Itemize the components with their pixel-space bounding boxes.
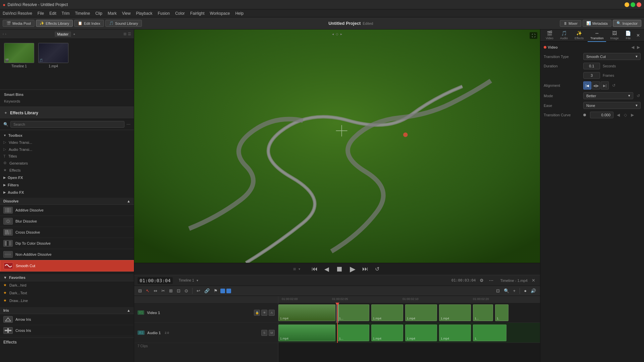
- timeline-1-thumb[interactable]: 🎬 Timeline 1: [4, 43, 34, 68]
- generators-item[interactable]: ⚙ Generators: [0, 160, 134, 167]
- dissolve-header[interactable]: Dissolve ▲: [0, 198, 134, 205]
- inspector-button[interactable]: 🔍 Inspector: [613, 20, 641, 27]
- sound-library-button[interactable]: 🎵 Sound Library: [105, 20, 142, 27]
- effects-item[interactable]: ★ Effects: [0, 167, 134, 174]
- effects-search-input[interactable]: [10, 121, 124, 128]
- close-button[interactable]: [637, 2, 641, 7]
- trim-tool[interactable]: ⇔: [152, 288, 159, 294]
- grid-view-btn[interactable]: ⊞: [123, 32, 126, 36]
- prev-frame-btn[interactable]: ◀: [322, 264, 331, 274]
- curve-keyframe-btn[interactable]: ◇: [623, 113, 628, 117]
- timeline-tool-7[interactable]: ⊙: [183, 288, 190, 294]
- timeline-more-btn[interactable]: ⋯: [488, 277, 495, 284]
- timeline-settings-btn[interactable]: ⚙: [478, 277, 485, 284]
- edit-index-button[interactable]: 📋 Edit Index: [74, 20, 104, 27]
- inspector-video-tab[interactable]: 🎬 Video: [543, 29, 556, 42]
- transition-type-dropdown[interactable]: Smooth Cut ▾: [583, 53, 641, 60]
- audio-btn[interactable]: ●: [523, 288, 528, 294]
- color-chip-1[interactable]: [220, 289, 225, 293]
- link-tool[interactable]: 🔗: [203, 288, 211, 294]
- mode-reset-btn[interactable]: ↺: [636, 94, 641, 98]
- align-start-btn[interactable]: |◀: [583, 81, 591, 89]
- audio-clip-6[interactable]: 1.: [473, 324, 506, 341]
- dip-to-color-item[interactable]: Dip To Color Dissolve: [0, 238, 134, 249]
- timeline-tool-6[interactable]: ⊡: [175, 288, 182, 294]
- audio-clip-5[interactable]: 1.mp4: [439, 324, 471, 341]
- menu-fairlight[interactable]: Fairlight: [190, 11, 205, 16]
- cross-dissolve-item[interactable]: Cross Dissolve: [0, 227, 134, 238]
- video-clip-7[interactable]: 1.: [495, 304, 508, 321]
- curve-value[interactable]: 0.000: [590, 112, 613, 118]
- additive-dissolve-item[interactable]: Additive Dissolve: [0, 205, 134, 216]
- zoom-in-btn[interactable]: +: [512, 288, 517, 294]
- zoom-fit-btn[interactable]: ⊡: [495, 288, 501, 294]
- video-transitions-item[interactable]: ▷ Video Transi...: [0, 139, 134, 146]
- fav-item-3[interactable]: ★ Draw...Line: [0, 297, 134, 304]
- loop-btn[interactable]: ↺: [373, 264, 381, 274]
- keywords-item[interactable]: Keywords: [4, 99, 130, 104]
- cut-tool[interactable]: ✂: [160, 288, 166, 294]
- timeline-tool-5[interactable]: ⊞: [168, 288, 174, 294]
- menu-view[interactable]: View: [122, 11, 131, 16]
- section-options-btn[interactable]: ▶: [636, 45, 641, 50]
- timeline-dropdown[interactable]: ▾: [197, 279, 198, 282]
- close-timeline-btn[interactable]: ✕: [530, 277, 537, 284]
- menu-fusion[interactable]: Fusion: [158, 11, 170, 16]
- menu-playback[interactable]: Playback: [136, 11, 152, 16]
- video-auto-btn[interactable]: A: [269, 310, 275, 316]
- inspector-image-tab[interactable]: 🖼 Image: [607, 29, 621, 42]
- video-eye-btn[interactable]: 👁: [261, 310, 267, 316]
- audio-m-btn[interactable]: M: [269, 330, 275, 336]
- blur-dissolve-item[interactable]: Blur Dissolve: [0, 216, 134, 227]
- duration-value[interactable]: 0.1: [583, 63, 600, 69]
- cross-iris-item[interactable]: Cross Iris: [0, 325, 134, 336]
- audio-clip-2[interactable]: 1...: [337, 324, 369, 341]
- go-to-end-btn[interactable]: ⏭: [360, 264, 370, 274]
- preview-layout-icon[interactable]: ⊞: [293, 267, 296, 271]
- select-tool[interactable]: ↖: [145, 288, 151, 294]
- audio-transitions-item[interactable]: ▷ Audio Transi...: [0, 146, 134, 153]
- mode-dropdown[interactable]: Better ▾: [583, 92, 633, 99]
- menu-file[interactable]: File: [38, 11, 44, 16]
- stop-btn[interactable]: ⏹: [334, 263, 345, 275]
- fav-item-1[interactable]: ★ Dark...hird: [0, 281, 134, 289]
- video-1-thumb[interactable]: 🎵 1.mp4: [38, 43, 68, 68]
- align-center-btn[interactable]: ◀|▶: [592, 81, 600, 89]
- menu-mark[interactable]: Mark: [108, 11, 117, 16]
- non-additive-dissolve-item[interactable]: Non-Additive Dissolve: [0, 249, 134, 260]
- mute-btn[interactable]: 🔊: [529, 288, 537, 294]
- titles-item[interactable]: T Titles: [0, 153, 134, 160]
- metadata-button[interactable]: 📊 Metadata: [583, 20, 611, 27]
- favorites-header[interactable]: ▼ Favorites: [0, 274, 134, 281]
- toolbox-header[interactable]: ▼ Toolbox: [0, 132, 134, 139]
- ease-dropdown[interactable]: None ▾: [583, 102, 641, 109]
- menu-workspace[interactable]: Workspace: [210, 11, 230, 16]
- filters-header[interactable]: ▶ Filters: [0, 182, 134, 188]
- timeline-tool-1[interactable]: ⊟: [137, 288, 143, 294]
- preview-dropdown[interactable]: ▾: [299, 267, 300, 271]
- open-fx-header[interactable]: ▶ Open FX: [0, 174, 134, 181]
- iris-header[interactable]: Iris ▲: [0, 307, 134, 314]
- video-clip-1[interactable]: 1.mp4: [278, 304, 335, 321]
- menu-clip[interactable]: Clip: [95, 11, 102, 16]
- fav-item-2[interactable]: ★ Dark...Text: [0, 289, 134, 297]
- align-end-btn[interactable]: ▶|: [601, 81, 609, 89]
- zoom-out-btn[interactable]: 🔍: [502, 288, 511, 294]
- inspector-file-tab[interactable]: 📄 File: [623, 29, 634, 42]
- sync-tool[interactable]: ↩: [195, 288, 202, 294]
- menu-trim[interactable]: Trim: [62, 11, 70, 16]
- menu-color[interactable]: Color: [175, 11, 185, 16]
- audio-clip-3[interactable]: 1.mp4: [371, 324, 403, 341]
- inspector-transition-tab[interactable]: ↔ Transition: [588, 29, 606, 42]
- timeline-content[interactable]: 01:00:02:00 01:00:02:05 01:00:02:10 01:0…: [278, 296, 540, 362]
- menu-help[interactable]: Help: [235, 11, 244, 16]
- video-lock-btn[interactable]: 🔒: [254, 310, 260, 316]
- color-chip-2[interactable]: [226, 289, 231, 293]
- nav-back[interactable]: ‹: [3, 32, 4, 36]
- curve-next-btn[interactable]: ▶: [630, 113, 635, 117]
- go-to-start-btn[interactable]: ⏮: [310, 264, 320, 274]
- video-clip-5[interactable]: 1.mp4: [439, 304, 471, 321]
- video-clip-2[interactable]: 1...: [337, 304, 369, 321]
- curve-prev-btn[interactable]: ◀: [616, 113, 621, 117]
- arrow-iris-item[interactable]: Arrow Iris: [0, 314, 134, 325]
